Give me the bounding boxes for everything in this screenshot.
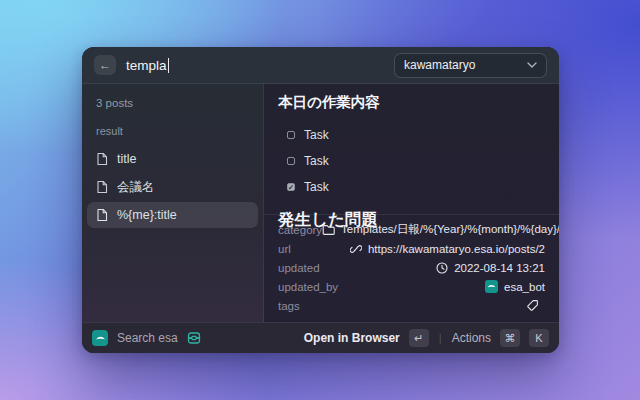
header: ← templa kawamataryo — [82, 47, 559, 84]
task-label: Task — [304, 128, 329, 142]
task-row: Task — [287, 180, 545, 194]
metadata-label: updated_by — [278, 281, 338, 293]
team-dropdown[interactable]: kawamataryo — [394, 53, 547, 78]
team-icon — [187, 331, 201, 345]
esa-avatar-icon — [485, 280, 498, 293]
text-cursor — [168, 58, 170, 73]
metadata-row-updated-by: updated_by esa_bot — [278, 277, 545, 296]
metadata-value: Templates/日報/%{Year}/%{month}/%{day}/ — [341, 222, 559, 237]
checkbox-checked-icon — [287, 183, 295, 191]
task-row: Task — [287, 128, 545, 142]
tag-icon — [526, 299, 539, 312]
metadata-row-tags: tags — [278, 296, 545, 315]
k-key-badge: K — [529, 329, 549, 347]
launcher-window: ← templa kawamataryo 3 posts result titl… — [82, 47, 559, 353]
task-row: Task — [287, 154, 545, 168]
task-label: Task — [304, 180, 329, 194]
cmd-key-badge: ⌘ — [500, 329, 520, 347]
task-label: Task — [304, 154, 329, 168]
enter-key-badge: ↵ — [409, 329, 429, 347]
link-icon — [350, 243, 362, 255]
results-count: 3 posts — [96, 97, 249, 109]
result-item[interactable]: %{me}:title — [87, 202, 258, 228]
metadata-value: esa_bot — [504, 281, 545, 293]
metadata-row-updated: updated 2022-08-14 13:21 — [278, 258, 545, 277]
detail-heading-1: 本日の作業内容 — [278, 93, 545, 112]
actions-menu-button[interactable]: Actions — [452, 331, 491, 345]
result-item-label: title — [117, 152, 136, 166]
checkbox-unchecked-icon — [287, 157, 295, 165]
back-button[interactable]: ← — [94, 55, 116, 75]
body: 3 posts result title 会議名 %{me}:title 本日の… — [82, 84, 559, 322]
checkbox-unchecked-icon — [287, 131, 295, 139]
detail-panel: 本日の作業内容 Task Task Task 発生した問題 ca — [264, 84, 559, 322]
arrow-left-icon: ← — [99, 58, 111, 72]
document-icon — [96, 152, 108, 166]
result-item-label: 会議名 — [117, 179, 155, 196]
footer-divider: | — [439, 332, 442, 344]
markdown-preview: 本日の作業内容 Task Task Task 発生した問題 — [264, 84, 559, 214]
metadata-label: tags — [278, 300, 300, 312]
clock-icon — [436, 262, 448, 274]
result-item[interactable]: title — [87, 146, 258, 172]
team-dropdown-value: kawamataryo — [404, 58, 475, 72]
search-input-value: templa — [126, 58, 167, 73]
results-section-label: result — [96, 125, 249, 137]
document-icon — [96, 180, 108, 194]
metadata-label: updated — [278, 262, 320, 274]
metadata-panel: category Templates/日報/%{Year}/%{month}/%… — [264, 214, 559, 322]
results-sidebar: 3 posts result title 会議名 %{me}:title — [82, 84, 264, 322]
metadata-row-url: url https://kawamataryo.esa.io/posts/2 — [278, 239, 545, 258]
result-item[interactable]: 会議名 — [87, 174, 258, 200]
search-input[interactable]: templa — [126, 58, 384, 73]
footer: Search esa Open in Browser ↵ | Actions ⌘… — [82, 322, 559, 353]
chevron-down-icon — [527, 62, 537, 68]
metadata-value: 2022-08-14 13:21 — [454, 262, 545, 274]
folder-icon — [322, 224, 335, 236]
command-title: Search esa — [117, 331, 178, 345]
result-item-label: %{me}:title — [117, 208, 177, 222]
metadata-label: category — [278, 224, 322, 236]
esa-logo-icon — [92, 330, 108, 346]
document-icon — [96, 208, 108, 222]
open-in-browser-action[interactable]: Open in Browser — [304, 331, 400, 345]
metadata-row-category: category Templates/日報/%{Year}/%{month}/%… — [278, 220, 545, 239]
metadata-value[interactable]: https://kawamataryo.esa.io/posts/2 — [368, 243, 545, 255]
metadata-label: url — [278, 243, 291, 255]
